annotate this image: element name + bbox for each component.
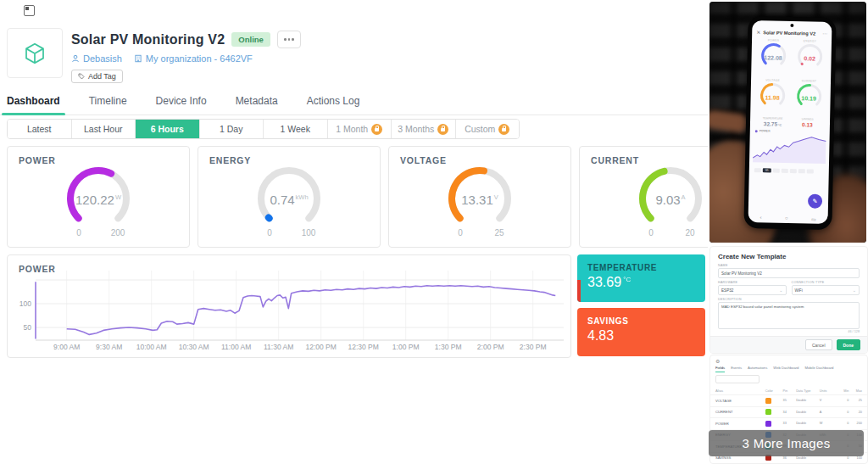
cell: 33 [783, 422, 797, 425]
cell: Double [796, 456, 820, 460]
phone-gauge-value: 11.98 [754, 94, 791, 101]
cell: 25 [849, 399, 862, 402]
svg-text:20: 20 [685, 228, 695, 238]
cell: 20 [849, 411, 862, 414]
filter-6-hours[interactable]: 6 Hours [136, 120, 200, 138]
tab-dashboard[interactable]: Dashboard [0, 88, 72, 115]
cell-alias: POWER [715, 422, 765, 426]
fields-tab-automations: Automations [748, 366, 767, 372]
svg-text:2:30 PM: 2:30 PM [520, 343, 547, 351]
cell-alias: VOLTAGE [715, 399, 765, 403]
phone-temperature-value: 32.75 °C [755, 120, 790, 127]
svg-text:0.74kWh: 0.74kWh [270, 193, 308, 207]
fields-table-header: AliasColorPinData TypeUnitsMinMax [710, 387, 867, 394]
svg-text:0: 0 [76, 228, 81, 238]
filter-last-hour[interactable]: Last Hour [72, 120, 136, 138]
more-options-button[interactable] [277, 31, 301, 48]
phone-nav-bar: ‹○▭ [748, 215, 828, 222]
cell-color [765, 409, 783, 415]
phone-area-chart [753, 132, 826, 165]
phone-gauge-voltage: VOLTAGE11.98 [754, 76, 791, 116]
owner-link[interactable]: Debasish [71, 53, 122, 64]
phone-app-title: Solar PV Monitoring V2 [763, 30, 820, 36]
phone-gauge-value: 10.19 [791, 95, 827, 102]
svg-text:120.22W: 120.22W [75, 193, 122, 207]
phone: ✕ Solar PV Monitoring V2 ⋯ POWER122.08EN… [743, 16, 836, 230]
svg-text:100: 100 [19, 299, 31, 308]
svg-text:10:00 AM: 10:00 AM [136, 343, 167, 351]
tab-metadata[interactable]: Metadata [224, 88, 290, 115]
description-label: DESCRIPTION [718, 298, 867, 301]
more-images-overlay[interactable]: 3 More Images [709, 430, 864, 456]
tab-timeline[interactable]: Timeline [77, 88, 139, 115]
stat-title: TEMPERATURE [587, 263, 705, 272]
phone-temperature-label: TEMPERATURE [755, 116, 790, 120]
svg-text:10:30 AM: 10:30 AM [179, 343, 209, 351]
fields-tab-mobile-dashboard: Mobile Dashboard [804, 366, 833, 372]
svg-text:13.31V: 13.31V [461, 193, 498, 207]
tab-actions-log[interactable]: Actions Log [295, 88, 372, 115]
svg-text:9.03A: 9.03A [655, 193, 685, 207]
tab-bar: DashboardTimelineDevice InfoMetadataActi… [0, 88, 709, 115]
fields-tab-events: Events [731, 366, 742, 372]
gallery-image-template-form[interactable]: Create New Template NAME Solar PV Monito… [709, 246, 868, 354]
tab-device-info[interactable]: Device Info [144, 88, 219, 115]
add-tag-button[interactable]: Add Tag [71, 70, 123, 83]
filter-latest[interactable]: Latest [8, 120, 72, 138]
stat-card-savings: SAVINGS4.83 [577, 308, 705, 356]
phone-gauge-power: POWER122.08 [754, 36, 792, 76]
filter-1-week[interactable]: 1 Week [264, 120, 328, 138]
lock-icon [498, 124, 509, 135]
tag-icon [78, 73, 85, 80]
svg-text:25: 25 [494, 228, 504, 238]
cell-alias: CURRENT [715, 410, 765, 414]
col-min: Min [836, 389, 849, 393]
connection-type-label: CONNECTION TYPE [792, 281, 860, 284]
device-header: Solar PV Monitoring V2 Online Debasish M… [71, 31, 301, 83]
gauge-energy: 0.74kWh0100 [221, 160, 357, 245]
gauge-power: 120.22W0200 [31, 160, 166, 245]
cell: A [820, 411, 836, 414]
power-chart-card: POWER 501009:00 AM9:30 AM10:00 AM10:30 A… [7, 254, 571, 358]
organization-link[interactable]: My organization - 6462VF [134, 53, 253, 64]
filter-3-months[interactable]: 3 Months [392, 120, 456, 138]
cell: 0 [836, 422, 849, 425]
phone-gauge-value: 122.08 [755, 54, 792, 61]
cell-alias: SAVINGS [715, 456, 765, 460]
col-max: Max [849, 389, 862, 393]
cell: 200 [849, 422, 862, 425]
cell-color [765, 421, 783, 427]
app-window: Solar PV Monitoring V2 Online Debasish M… [0, 0, 868, 464]
lock-icon [437, 124, 448, 135]
col-units: Units [820, 389, 836, 393]
svg-text:0: 0 [648, 228, 654, 238]
fields-tab-web-dashboard: Web Dashboard [773, 366, 798, 372]
hardware-select: ESP32⌄ [718, 285, 787, 295]
cancel-button: Cancel [805, 339, 832, 350]
gallery-photo-phone[interactable]: ✕ Solar PV Monitoring V2 ⋯ POWER122.08EN… [709, 2, 866, 243]
filter-1-month[interactable]: 1 Month [328, 120, 392, 138]
alert-strip [577, 280, 581, 302]
power-line-chart: 501009:00 AM9:30 AM10:00 AM10:30 AM11:00… [8, 255, 569, 355]
filter-1-day[interactable]: 1 Day [200, 120, 264, 138]
filter-custom[interactable]: Custom [456, 120, 520, 138]
table-row: POWER33DoubleW0200 [710, 417, 867, 429]
cell: 100 [849, 456, 862, 460]
svg-text:9:00 AM: 9:00 AM [53, 343, 80, 351]
col-data-type: Data Type [796, 389, 820, 393]
gauge-card-voltage: VOLTAGE13.31V025 [388, 146, 571, 248]
cube-icon [22, 41, 47, 66]
sidebar-toggle-icon[interactable] [24, 5, 35, 16]
svg-text:11:30 AM: 11:30 AM [264, 343, 293, 351]
svg-text:50: 50 [24, 323, 32, 332]
phone-camera-dot [790, 24, 793, 27]
stat-value: 33.69 °C [587, 275, 705, 290]
color-swatch [765, 409, 771, 415]
fields-tab-fields: Fields [715, 366, 725, 372]
image-gallery-column: ✕ Solar PV Monitoring V2 ⋯ POWER122.08EN… [708, 0, 868, 464]
fields-search-input [715, 375, 760, 383]
svg-text:11:00 AM: 11:00 AM [221, 343, 251, 351]
time-range-selector: LatestLast Hour6 Hours1 Day1 Week1 Month… [7, 119, 520, 139]
svg-text:0: 0 [267, 228, 272, 238]
svg-text:0: 0 [458, 228, 463, 238]
